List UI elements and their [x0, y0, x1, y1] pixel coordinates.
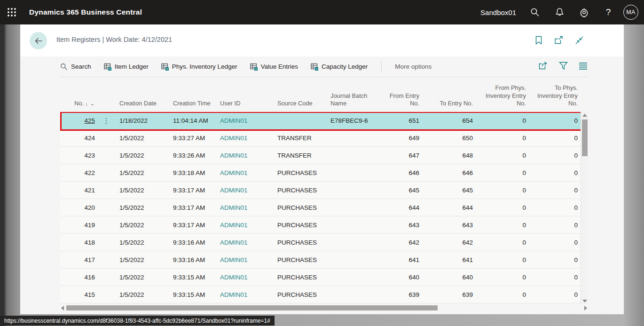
table-row-415[interactable]: 4151/5/20229:33:15 AMADMIN01PURCHASES639… — [60, 286, 581, 303]
column-header-label: To Entry No. — [440, 100, 473, 107]
vertical-scrollbar[interactable] — [581, 112, 588, 304]
column-header-creation-date[interactable]: Creation Date — [115, 100, 168, 112]
notifications-bell-icon[interactable] — [547, 0, 572, 24]
cell-from-phys-inventory-entry-no: 0 — [476, 135, 529, 142]
filter-funnel-icon[interactable] — [558, 61, 568, 71]
cell-source-code: PURCHASES — [273, 169, 326, 176]
drilldown-link[interactable]: 0 — [574, 117, 578, 124]
column-header-from-phys-inventory-entry-no-[interactable]: From Phys. Inventory Entry No. — [476, 84, 529, 112]
column-header-to-entry-no-[interactable]: To Entry No. — [422, 100, 476, 112]
table-row-424[interactable]: 4241/5/20229:33:27 AMADMIN01TRANSFER6496… — [60, 129, 581, 147]
table-row-418[interactable]: 4181/5/20229:33:16 AMADMIN01PURCHASES642… — [60, 234, 581, 251]
horizontal-scrollbar[interactable] — [60, 305, 588, 311]
cell-from-entry-no: 644 — [382, 204, 422, 211]
user-id-link[interactable]: ADMIN01 — [220, 274, 248, 281]
cell-no: 417 — [60, 256, 98, 263]
table-row-419[interactable]: 4191/5/20229:33:17 AMADMIN01PURCHASES643… — [60, 216, 581, 234]
column-header-label: To Phys. Inventory Entry No. — [537, 84, 578, 107]
sort-descending-icon[interactable]: ↓ ⌄ — [85, 101, 95, 106]
search-icon[interactable] — [523, 0, 547, 24]
user-id-link[interactable]: ADMIN01 — [220, 256, 248, 263]
toolbar-action-capacity-ledger[interactable]: Capacity Ledger — [311, 63, 368, 71]
table-row-425[interactable]: 425⋮1/18/202211:04:14 AMADMIN01E78FBEC9-… — [60, 112, 581, 129]
collapse-page-icon[interactable] — [574, 35, 584, 45]
table-body: 425⋮1/18/202211:04:14 AMADMIN01E78FBEC9-… — [60, 112, 588, 304]
scroll-left-arrow-icon[interactable] — [61, 306, 64, 310]
app-title[interactable]: Dynamics 365 Business Central — [29, 8, 142, 16]
user-id-link[interactable]: ADMIN01 — [220, 117, 248, 124]
column-header-no-[interactable]: No.↓ ⌄ — [60, 100, 98, 112]
user-id-link[interactable]: ADMIN01 — [220, 222, 248, 229]
table-row-416[interactable]: 4161/5/20229:33:15 AMADMIN01PURCHASES640… — [60, 269, 581, 286]
share-icon[interactable] — [538, 61, 549, 71]
horizontal-scrollbar-thumb[interactable] — [66, 305, 438, 310]
cell-to-entry-no: 643 — [422, 222, 476, 229]
search-action[interactable]: Search — [60, 63, 91, 71]
toolbar-action-label: Phys. Inventory Ledger — [172, 63, 237, 70]
column-header-from-entry-no-[interactable]: From Entry No. — [382, 92, 422, 112]
cell-from-phys-inventory-entry-no: 0 — [476, 256, 529, 263]
cell-to-entry-no: 640 — [422, 274, 476, 281]
scroll-down-arrow-icon[interactable] — [582, 300, 587, 302]
drilldown-link[interactable]: E78FBEC9-6 — [330, 117, 368, 124]
environment-name[interactable]: Sandbox01 — [480, 8, 516, 16]
bookmark-icon[interactable] — [534, 35, 544, 45]
table-row-423[interactable]: 4231/5/20229:33:26 AMADMIN01TRANSFER6476… — [60, 147, 581, 164]
row-menu-ellipsis-icon[interactable]: ⋮ — [98, 117, 115, 125]
toolbar-action-item-ledger[interactable]: Item Ledger — [104, 63, 149, 71]
table-row-417[interactable]: 4171/5/20229:33:16 AMADMIN01PURCHASES641… — [60, 251, 581, 269]
user-id-link[interactable]: ADMIN01 — [220, 187, 248, 194]
screen: Dynamics 365 Business Central Sandbox01 — [0, 0, 644, 326]
app-launcher-waffle-icon[interactable] — [0, 0, 24, 24]
cell-source-code: PURCHASES — [273, 256, 326, 263]
back-button[interactable] — [30, 32, 47, 49]
cell-no: 418 — [60, 239, 98, 246]
column-header-to-phys-inventory-entry-no-[interactable]: To Phys. Inventory Entry No. — [529, 84, 581, 112]
more-options-button[interactable]: More options — [395, 63, 432, 70]
choose-view-list-icon[interactable] — [578, 61, 588, 71]
user-id-link[interactable]: ADMIN01 — [220, 291, 248, 298]
help-icon[interactable]: ? — [596, 0, 620, 24]
table-row-422[interactable]: 4221/5/20229:33:18 AMADMIN01PURCHASES646… — [60, 164, 581, 182]
cell-source-code: TRANSFER — [273, 152, 326, 159]
cell-source-code: PURCHASES — [273, 187, 326, 194]
drilldown-link[interactable]: 651 — [408, 117, 419, 124]
table-rows: 425⋮1/18/202211:04:14 AMADMIN01E78FBEC9-… — [60, 112, 588, 303]
scroll-up-arrow-icon[interactable] — [582, 114, 587, 117]
page-title: Item Registers | Work Date: 4/12/2021 — [56, 36, 172, 43]
toolbar-action-label: Value Entries — [261, 63, 298, 70]
column-header-user-id[interactable]: User ID — [215, 100, 273, 112]
drilldown-link[interactable]: 654 — [462, 117, 473, 124]
column-header-creation-time[interactable]: Creation Time — [168, 100, 215, 112]
toolbar-right-icons — [538, 61, 588, 71]
vertical-scrollbar-thumb[interactable] — [582, 119, 588, 156]
toolbar-action-value-entries[interactable]: Value Entries — [250, 63, 298, 71]
table-header-row: No.↓ ⌄Creation DateCreation TimeUser IDS… — [60, 77, 581, 112]
user-avatar[interactable]: MA — [623, 5, 638, 20]
toolbar-action-phys-inventory-ledger[interactable]: Phys. Inventory Ledger — [161, 63, 237, 71]
scroll-right-arrow-icon[interactable] — [584, 306, 587, 310]
cell-creation-time: 9:33:27 AM — [168, 135, 215, 142]
cell-creation-date: 1/5/2022 — [115, 169, 168, 176]
column-header-label: No. — [74, 100, 84, 107]
user-id-link[interactable]: ADMIN01 — [220, 169, 248, 176]
table-row-421[interactable]: 4211/5/20229:33:17 AMADMIN01PURCHASES645… — [60, 182, 581, 199]
open-in-new-window-icon[interactable] — [554, 35, 564, 45]
cell-to-phys-inventory-entry-no: 0 — [529, 204, 581, 211]
cell-user-id: ADMIN01 — [215, 256, 273, 263]
user-id-link[interactable]: ADMIN01 — [220, 152, 248, 159]
column-header-journal-batch-name[interactable]: Journal Batch Name — [326, 92, 382, 112]
cell-to-phys-inventory-entry-no: 0 — [529, 135, 581, 142]
cell-from-entry-no: 645 — [382, 187, 422, 194]
user-id-link[interactable]: ADMIN01 — [220, 239, 248, 246]
cell-from-phys-inventory-entry-no: 0 — [476, 117, 529, 124]
cell-user-id: ADMIN01 — [215, 152, 273, 159]
settings-gear-icon[interactable] — [572, 0, 596, 24]
table-row-420[interactable]: 4201/5/20229:33:17 AMADMIN01PURCHASES644… — [60, 199, 581, 216]
cell-no: 416 — [60, 274, 98, 281]
user-id-link[interactable]: ADMIN01 — [220, 204, 248, 211]
user-id-link[interactable]: ADMIN01 — [220, 135, 248, 142]
column-header-source-code[interactable]: Source Code — [273, 100, 326, 112]
drilldown-link[interactable]: 0 — [522, 117, 526, 124]
register-no-link[interactable]: 425 — [84, 117, 95, 124]
